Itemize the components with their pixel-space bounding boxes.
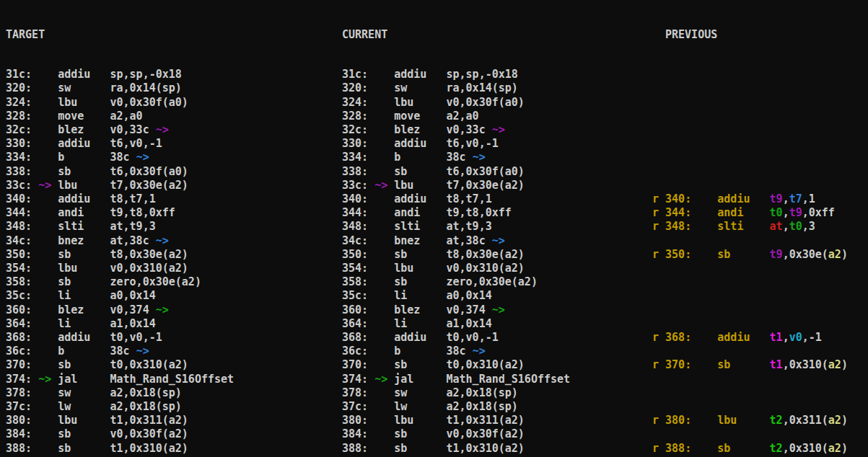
operand: at,t9,3 <box>110 220 156 233</box>
mnemonic: sw <box>394 81 446 94</box>
mnemonic: sb <box>717 358 769 371</box>
address: 360: <box>342 303 374 316</box>
mnemonic: addiu <box>394 331 446 344</box>
address: 334: <box>6 151 38 164</box>
mnemonic: addiu <box>58 192 110 205</box>
asm-line: 364: li a1,0x14 <box>342 317 570 331</box>
operand: ) <box>841 358 848 371</box>
current-column-header: CURRENT <box>342 28 570 42</box>
asm-diff-terminal: TARGET 31c: addiu sp,sp,-0x18320: sw ra,… <box>0 0 868 457</box>
operand: at,38c <box>447 234 492 247</box>
operand: a1,0x14 <box>447 317 492 330</box>
asm-line: 338: sb t6,0x30f(a0) <box>6 165 234 179</box>
address: 378: <box>6 386 38 399</box>
mnemonic: slti <box>394 220 446 233</box>
asm-line: 358: sb zero,0x30e(a2) <box>6 275 234 289</box>
operand-register: v0 <box>789 331 802 344</box>
spacer <box>38 331 58 344</box>
diff-line-label: r 348: <box>652 220 717 233</box>
mnemonic: sb <box>58 358 110 371</box>
operand: zero,0x30e(a2) <box>110 275 201 288</box>
spacer <box>374 137 394 150</box>
asm-line: 350: sb t8,0x30e(a2) <box>6 248 234 262</box>
operand-register: t2 <box>770 414 783 427</box>
operand: v0,0x30f(a2) <box>447 427 525 440</box>
spacer <box>374 345 394 358</box>
operand: t6,0x30f(a0) <box>447 165 525 178</box>
spacer <box>374 110 394 123</box>
mnemonic: sw <box>58 81 110 94</box>
asm-line: 364: li a1,0x14 <box>6 317 234 331</box>
operand: ra,0x14(sp) <box>110 81 182 94</box>
branch-arrow-icon: ~> <box>38 373 51 386</box>
mnemonic: blez <box>394 123 446 136</box>
mnemonic: blez <box>394 303 446 316</box>
spacer <box>374 400 394 413</box>
mnemonic: b <box>394 151 446 164</box>
address: 328: <box>342 110 374 123</box>
mnemonic: lbu <box>58 414 110 427</box>
previous-diff-line: r 368: addiu t1,v0,-1 <box>652 331 848 345</box>
asm-line: 344: andi t9,t8,0xff <box>342 206 570 220</box>
operand-register: a2 <box>828 358 841 371</box>
mnemonic: lbu <box>394 414 446 427</box>
mnemonic: b <box>58 151 110 164</box>
current-column: CURRENT 31c: addiu sp,sp,-0x18320: sw ra… <box>342 2 570 457</box>
mnemonic: bnez <box>58 234 110 247</box>
operand: Math_Rand_S16Offset <box>110 373 234 386</box>
branch-arrow-icon: ~> <box>473 345 486 358</box>
operand: a2,a0 <box>110 110 143 123</box>
operand: ra,0x14(sp) <box>447 81 518 94</box>
previous-diff-line: r 350: sb t9,0x30e(a2) <box>652 248 848 262</box>
operand-register: at <box>770 220 783 233</box>
spacer <box>38 427 58 440</box>
operand: , <box>783 220 789 233</box>
previous-column-header: PREVIOUS <box>652 28 848 42</box>
previous-diff-line: r 348: slti at,t0,3 <box>652 220 848 234</box>
asm-line: 34c: bnez at,38c ~> <box>342 234 570 248</box>
spacer <box>38 442 58 455</box>
mnemonic: li <box>394 289 446 302</box>
operand: t1,0x310(a2) <box>110 442 188 455</box>
address: 354: <box>342 262 374 275</box>
asm-line: 388: sb t1,0x310(a2) <box>6 442 234 456</box>
branch-arrow-icon: ~> <box>156 303 169 316</box>
spacer <box>374 165 394 178</box>
operand-register: a2 <box>828 442 841 455</box>
address: 35c: <box>6 289 38 302</box>
spacer <box>38 386 58 399</box>
spacer <box>374 289 394 302</box>
mnemonic: sb <box>717 442 769 455</box>
mnemonic: lbu <box>717 414 769 427</box>
address: 370: <box>6 358 38 371</box>
spacer <box>51 373 58 386</box>
previous-diff-line <box>652 151 848 164</box>
previous-diff-line <box>652 234 848 248</box>
asm-line: 384: sb v0,0x30f(a2) <box>342 427 570 441</box>
branch-arrow-icon: ~> <box>492 303 505 316</box>
operand: zero,0x30e(a2) <box>447 275 538 288</box>
asm-line: 328: move a2,a0 <box>6 110 234 123</box>
previous-diff-line <box>652 96 848 110</box>
diff-line-label: r 380: <box>652 414 717 427</box>
spacer <box>374 427 394 440</box>
spacer <box>374 262 394 275</box>
asm-line: 360: blez v0,374 ~> <box>342 303 570 317</box>
address: 348: <box>342 220 374 233</box>
operand: , <box>783 206 789 219</box>
mnemonic: slti <box>717 220 769 233</box>
operand: v0,0x30f(a0) <box>447 96 525 109</box>
address: 360: <box>6 303 38 316</box>
mnemonic: sb <box>394 248 446 261</box>
asm-line: 324: lbu v0,0x30f(a0) <box>342 96 570 110</box>
diff-line-label: r 350: <box>652 248 717 261</box>
address: 358: <box>6 275 38 288</box>
branch-arrow-icon: ~> <box>492 234 505 247</box>
spacer <box>38 262 58 275</box>
previous-diff-line <box>652 137 848 151</box>
asm-line: 380: lbu t1,0x311(a2) <box>6 414 234 427</box>
previous-diff-lines: r 340: addiu t9,t7,1r 344: andi t0,t9,0x… <box>652 68 848 457</box>
operand: v0,0x30f(a0) <box>110 96 188 109</box>
operand: a1,0x14 <box>110 317 156 330</box>
diff-line-label: r 388: <box>652 442 717 455</box>
